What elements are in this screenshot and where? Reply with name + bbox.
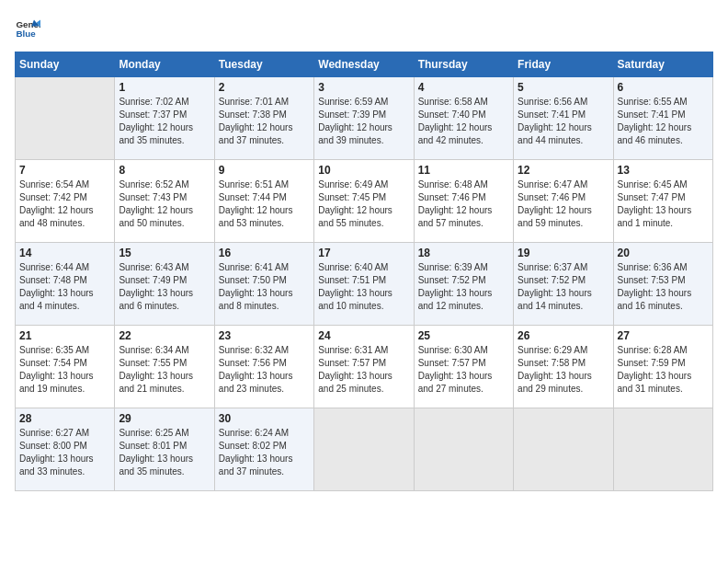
day-info: Sunrise: 6:58 AMSunset: 7:40 PMDaylight:… [418,96,509,147]
day-number: 1 [119,81,210,94]
day-info: Sunrise: 6:51 AMSunset: 7:44 PMDaylight:… [219,178,310,230]
day-info: Sunrise: 6:34 AMSunset: 7:55 PMDaylight:… [119,344,210,396]
day-number: 3 [318,81,409,94]
calendar-cell: 24Sunrise: 6:31 AMSunset: 7:57 PMDayligh… [314,326,414,408]
svg-text:Blue: Blue [16,29,36,39]
calendar-cell: 14Sunrise: 6:44 AMSunset: 7:48 PMDayligh… [16,243,115,326]
weekday-header: Sunday [16,52,115,77]
calendar-cell: 1Sunrise: 7:02 AMSunset: 7:37 PMDaylight… [115,77,214,160]
calendar-cell: 7Sunrise: 6:54 AMSunset: 7:42 PMDaylight… [16,160,115,243]
day-number: 30 [219,412,310,425]
day-info: Sunrise: 6:28 AMSunset: 7:59 PMDaylight:… [618,344,709,396]
calendar-cell: 6Sunrise: 6:55 AMSunset: 7:41 PMDaylight… [613,77,712,160]
day-info: Sunrise: 6:45 AMSunset: 7:47 PMDaylight:… [618,178,709,230]
day-info: Sunrise: 6:40 AMSunset: 7:51 PMDaylight:… [318,261,409,313]
calendar-cell: 11Sunrise: 6:48 AMSunset: 7:46 PMDayligh… [414,160,513,243]
weekday-header: Tuesday [214,52,313,77]
day-number: 8 [119,164,210,177]
day-info: Sunrise: 6:47 AMSunset: 7:46 PMDaylight:… [518,178,609,230]
day-number: 27 [618,329,709,342]
weekday-header: Friday [514,52,613,77]
day-number: 20 [618,247,709,259]
day-info: Sunrise: 6:52 AMSunset: 7:43 PMDaylight:… [119,178,210,230]
day-info: Sunrise: 6:56 AMSunset: 7:41 PMDaylight:… [518,96,609,147]
weekday-header: Thursday [414,52,513,77]
day-number: 19 [518,247,609,259]
day-number: 4 [418,81,509,94]
calendar-cell: 9Sunrise: 6:51 AMSunset: 7:44 PMDaylight… [214,160,313,243]
page-header: General Blue [15,15,713,40]
day-number: 21 [19,329,110,342]
day-number: 29 [119,412,210,425]
calendar-cell: 15Sunrise: 6:43 AMSunset: 7:49 PMDayligh… [115,243,214,326]
day-info: Sunrise: 6:36 AMSunset: 7:53 PMDaylight:… [618,261,709,313]
calendar-cell: 21Sunrise: 6:35 AMSunset: 7:54 PMDayligh… [16,326,115,408]
calendar-cell: 30Sunrise: 6:24 AMSunset: 8:02 PMDayligh… [214,408,313,491]
day-number: 14 [19,247,110,259]
day-info: Sunrise: 6:32 AMSunset: 7:56 PMDaylight:… [219,344,310,396]
day-number: 17 [318,247,409,259]
day-number: 2 [219,81,310,94]
calendar-cell: 5Sunrise: 6:56 AMSunset: 7:41 PMDaylight… [514,77,613,160]
calendar-cell [16,77,115,160]
calendar-cell: 2Sunrise: 7:01 AMSunset: 7:38 PMDaylight… [214,77,313,160]
day-info: Sunrise: 6:41 AMSunset: 7:50 PMDaylight:… [219,261,310,313]
calendar-cell: 16Sunrise: 6:41 AMSunset: 7:50 PMDayligh… [214,243,313,326]
day-number: 22 [119,329,210,342]
calendar-cell: 13Sunrise: 6:45 AMSunset: 7:47 PMDayligh… [613,160,712,243]
calendar-cell: 29Sunrise: 6:25 AMSunset: 8:01 PMDayligh… [115,408,214,491]
day-info: Sunrise: 6:48 AMSunset: 7:46 PMDaylight:… [418,178,509,230]
day-number: 26 [518,329,609,342]
weekday-header-row: SundayMondayTuesdayWednesdayThursdayFrid… [16,52,713,77]
day-info: Sunrise: 6:44 AMSunset: 7:48 PMDaylight:… [19,261,110,313]
day-info: Sunrise: 7:02 AMSunset: 7:37 PMDaylight:… [119,96,210,147]
day-info: Sunrise: 6:59 AMSunset: 7:39 PMDaylight:… [318,96,409,147]
day-number: 28 [19,412,110,425]
calendar-cell: 19Sunrise: 6:37 AMSunset: 7:52 PMDayligh… [514,243,613,326]
calendar-cell: 22Sunrise: 6:34 AMSunset: 7:55 PMDayligh… [115,326,214,408]
day-number: 18 [418,247,509,259]
calendar-cell: 4Sunrise: 6:58 AMSunset: 7:40 PMDaylight… [414,77,513,160]
calendar-week-row: 7Sunrise: 6:54 AMSunset: 7:42 PMDaylight… [16,160,713,243]
calendar-cell: 17Sunrise: 6:40 AMSunset: 7:51 PMDayligh… [314,243,414,326]
day-info: Sunrise: 6:43 AMSunset: 7:49 PMDaylight:… [119,261,210,313]
calendar-cell: 3Sunrise: 6:59 AMSunset: 7:39 PMDaylight… [314,77,414,160]
day-number: 13 [618,164,709,177]
calendar-cell: 25Sunrise: 6:30 AMSunset: 7:57 PMDayligh… [414,326,513,408]
calendar-cell [414,408,513,491]
day-number: 25 [418,329,509,342]
day-info: Sunrise: 6:37 AMSunset: 7:52 PMDaylight:… [518,261,609,313]
calendar-cell: 8Sunrise: 6:52 AMSunset: 7:43 PMDaylight… [115,160,214,243]
day-info: Sunrise: 6:49 AMSunset: 7:45 PMDaylight:… [318,178,409,230]
day-info: Sunrise: 6:39 AMSunset: 7:52 PMDaylight:… [418,261,509,313]
weekday-header: Monday [115,52,214,77]
weekday-header: Saturday [613,52,712,77]
day-number: 6 [618,81,709,94]
day-info: Sunrise: 6:55 AMSunset: 7:41 PMDaylight:… [618,96,709,147]
calendar-cell: 20Sunrise: 6:36 AMSunset: 7:53 PMDayligh… [613,243,712,326]
day-info: Sunrise: 6:25 AMSunset: 8:01 PMDaylight:… [119,427,210,478]
day-number: 9 [219,164,310,177]
calendar-cell: 10Sunrise: 6:49 AMSunset: 7:45 PMDayligh… [314,160,414,243]
day-number: 16 [219,247,310,259]
calendar-week-row: 28Sunrise: 6:27 AMSunset: 8:00 PMDayligh… [16,408,713,491]
calendar-cell [314,408,414,491]
calendar-week-row: 14Sunrise: 6:44 AMSunset: 7:48 PMDayligh… [16,243,713,326]
day-info: Sunrise: 6:54 AMSunset: 7:42 PMDaylight:… [19,178,110,230]
calendar-cell: 28Sunrise: 6:27 AMSunset: 8:00 PMDayligh… [16,408,115,491]
calendar-cell [613,408,712,491]
calendar-cell: 23Sunrise: 6:32 AMSunset: 7:56 PMDayligh… [214,326,313,408]
calendar-week-row: 1Sunrise: 7:02 AMSunset: 7:37 PMDaylight… [16,77,713,160]
day-info: Sunrise: 6:27 AMSunset: 8:00 PMDaylight:… [19,427,110,478]
logo: General Blue [15,15,40,40]
calendar-cell [514,408,613,491]
day-number: 11 [418,164,509,177]
day-number: 23 [219,329,310,342]
logo-icon: General Blue [15,15,40,40]
day-info: Sunrise: 6:31 AMSunset: 7:57 PMDaylight:… [318,344,409,396]
day-number: 5 [518,81,609,94]
calendar-cell: 12Sunrise: 6:47 AMSunset: 7:46 PMDayligh… [514,160,613,243]
calendar-cell: 27Sunrise: 6:28 AMSunset: 7:59 PMDayligh… [613,326,712,408]
calendar-cell: 18Sunrise: 6:39 AMSunset: 7:52 PMDayligh… [414,243,513,326]
calendar-cell: 26Sunrise: 6:29 AMSunset: 7:58 PMDayligh… [514,326,613,408]
